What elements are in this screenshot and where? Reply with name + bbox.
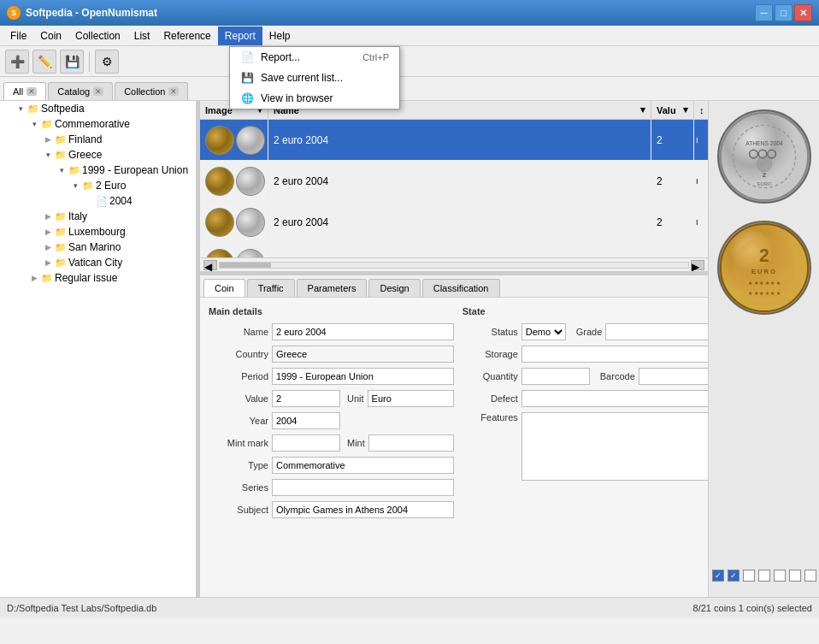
hscroll-right[interactable]: ▶: [691, 260, 704, 270]
tab-all[interactable]: All ✕: [3, 82, 46, 100]
status-path: D:/Softpedia Test Labs/Softpedia.db: [7, 603, 156, 613]
year-input[interactable]: [272, 412, 340, 429]
coin-checkbox-6[interactable]: [804, 570, 816, 582]
type-input[interactable]: [272, 457, 454, 474]
coin-checkbox-4[interactable]: [774, 570, 786, 582]
coin-checkbox-0[interactable]: ✓: [712, 570, 724, 582]
tab-catalog-close[interactable]: ✕: [93, 87, 103, 96]
tab-catalog[interactable]: Catalog ✕: [48, 82, 113, 100]
coin-name-cell-1: 2 euro 2004: [268, 120, 651, 160]
menu-help[interactable]: Help: [262, 27, 298, 45]
coin-obverse-3: [205, 208, 234, 237]
value-label: Value: [209, 393, 268, 404]
tree-label-2004: 2004: [109, 195, 133, 207]
maximize-button[interactable]: □: [775, 4, 792, 21]
tab-coin[interactable]: Coin: [203, 279, 245, 297]
tab-design-label: Design: [380, 283, 409, 293]
quantity-input[interactable]: [521, 368, 590, 385]
save-button[interactable]: 💾: [60, 50, 84, 74]
subject-input[interactable]: [272, 501, 454, 518]
tree-item-eu1999[interactable]: ▾ 📁 1999 - European Union: [0, 162, 196, 178]
coin-reverse-3: [236, 208, 265, 237]
tree-item-2euro[interactable]: ▾ 📁 2 Euro: [0, 178, 196, 193]
tab-classification[interactable]: Classification: [422, 279, 500, 297]
tab-classification-label: Classification: [433, 283, 489, 293]
coin-name-cell-4: 2 euro 2004: [268, 243, 651, 257]
tree-item-greece[interactable]: ▾ 📁 Greece: [0, 147, 196, 162]
menu-file[interactable]: File: [3, 27, 33, 45]
tree-item-finland[interactable]: ▶ 📁 Finland: [0, 132, 196, 147]
menu-list[interactable]: List: [127, 27, 157, 45]
coin-reverse-svg: 2 EURO ★ ★ ★ ★ ★ ★ ★ ★ ★ ★ ★ ★: [719, 221, 810, 315]
grade-input[interactable]: [605, 323, 708, 340]
barcode-input[interactable]: [639, 368, 708, 385]
tab-design[interactable]: Design: [368, 279, 420, 297]
tab-traffic[interactable]: Traffic: [247, 279, 295, 297]
dropdown-report-label: Report...: [261, 51, 300, 63]
list-row[interactable]: 2 euro 2004 2 I: [200, 161, 708, 202]
tree-item-sanmarino[interactable]: ▶ 📁 San Marino: [0, 239, 196, 255]
mint-input[interactable]: [368, 434, 454, 452]
coin-value-3: 2: [657, 216, 663, 228]
settings-button[interactable]: ⚙: [95, 50, 119, 74]
features-textarea[interactable]: [521, 412, 708, 481]
tree-item-commemorative[interactable]: ▾ 📁 Commemorative: [0, 116, 196, 132]
edit-button[interactable]: ✏️: [32, 50, 56, 74]
tree-item-luxembourg[interactable]: ▶ 📁 Luxembourg: [0, 224, 196, 239]
coin-obverse-4: [205, 249, 234, 258]
menu-reference[interactable]: Reference: [156, 27, 217, 45]
tree-item-softpedia[interactable]: ▾ 📁 Softpedia: [0, 101, 196, 116]
hscroll-thumb[interactable]: [220, 263, 271, 268]
add-button[interactable]: ➕: [5, 50, 29, 74]
status-select[interactable]: Demo: [521, 323, 566, 340]
main-layout: ▾ 📁 Softpedia ▾ 📁 Commemorative ▶ 📁 Finl…: [0, 101, 819, 597]
value-input[interactable]: [272, 390, 340, 407]
coin-checkbox-5[interactable]: [789, 570, 801, 582]
storage-input[interactable]: [521, 346, 708, 363]
svg-text:EURO: EURO: [757, 181, 771, 186]
name-input[interactable]: [272, 323, 454, 340]
defect-input[interactable]: [521, 390, 708, 407]
mintmark-input[interactable]: [272, 434, 340, 452]
list-row[interactable]: 2 euro 2004 2 I: [200, 120, 708, 161]
tree-label-2euro: 2 Euro: [96, 180, 126, 192]
list-hscrollbar[interactable]: ◀ ▶: [200, 257, 708, 271]
menu-collection[interactable]: Collection: [68, 27, 127, 45]
hscroll-left[interactable]: ◀: [203, 260, 217, 270]
hscroll-track[interactable]: [219, 262, 689, 269]
status-count: 8/21 coins 1 coin(s) selected: [693, 603, 812, 613]
close-button[interactable]: ✕: [794, 4, 812, 21]
dropdown-report-shortcut: Ctrl+P: [362, 52, 389, 62]
tab-parameters[interactable]: Parameters: [297, 279, 368, 297]
coin-image-cell-2: [200, 161, 268, 201]
tree-label-eu1999: 1999 - European Union: [82, 164, 188, 176]
coin-checkbox-3[interactable]: [758, 570, 770, 582]
coin-checkbox-2[interactable]: [743, 570, 755, 582]
tab-all-close[interactable]: ✕: [27, 87, 37, 96]
tree-item-italy[interactable]: ▶ 📁 Italy: [0, 209, 196, 224]
menu-report[interactable]: Report: [218, 27, 262, 45]
list-row[interactable]: 2 euro 2004 2 I: [200, 243, 708, 257]
coin-name-cell-3: 2 euro 2004: [268, 202, 651, 242]
form-row-mintmark: Mint mark Mint: [209, 434, 454, 452]
dropdown-item-view-browser[interactable]: 🌐 View in browser: [230, 88, 399, 109]
tree-item-2004[interactable]: ▶ 📄 2004: [0, 193, 196, 209]
col-header-value[interactable]: Valu ▾: [651, 101, 694, 119]
dropdown-item-save-list[interactable]: 💾 Save current list...: [230, 68, 399, 88]
dropdown-item-report[interactable]: 📄 Report... Ctrl+P: [230, 47, 399, 68]
tab-collection-close[interactable]: ✕: [168, 87, 179, 96]
tree-panel: ▾ 📁 Softpedia ▾ 📁 Commemorative ▶ 📁 Finl…: [0, 101, 197, 597]
coin-img-pair-2: [205, 167, 265, 196]
tree-item-regular[interactable]: ▶ 📁 Regular issue: [0, 270, 196, 286]
svg-text:★ ★ ★ ★ ★ ★: ★ ★ ★ ★ ★ ★: [747, 281, 780, 286]
period-input[interactable]: [272, 368, 454, 385]
coin-value-cell-3: 2: [651, 202, 694, 242]
tab-collection[interactable]: Collection ✕: [115, 82, 188, 100]
tree-item-vaticancity[interactable]: ▶ 📁 Vatican City: [0, 255, 196, 270]
menu-coin[interactable]: Coin: [33, 27, 68, 45]
unit-input[interactable]: [368, 390, 454, 407]
list-row[interactable]: 2 euro 2004 2 I: [200, 202, 708, 243]
minimize-button[interactable]: ─: [755, 4, 773, 21]
series-input[interactable]: [272, 479, 454, 496]
coin-checkbox-1[interactable]: ✓: [728, 570, 739, 582]
